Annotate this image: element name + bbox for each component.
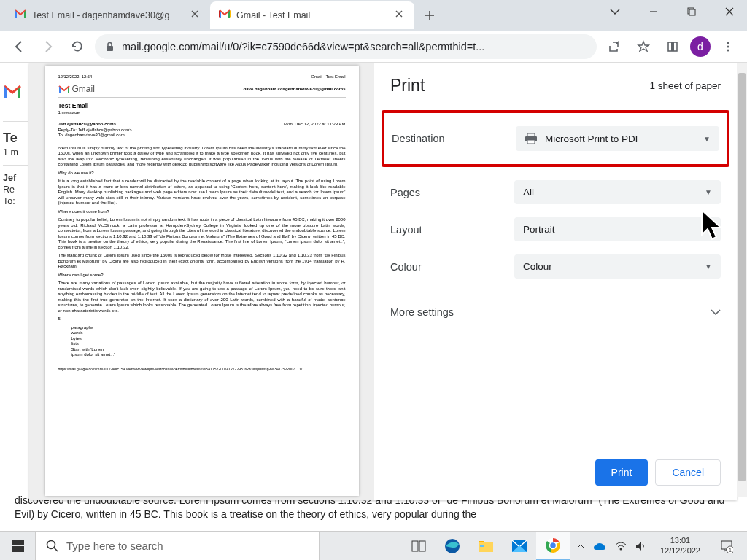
address-bar[interactable]: mail.google.com/mail/u/0/?ik=c7590de66d&… — [95, 34, 597, 59]
close-window-icon[interactable] — [718, 3, 741, 20]
svg-rect-4 — [671, 42, 674, 51]
svg-rect-8 — [527, 133, 535, 136]
svg-rect-1 — [689, 9, 695, 15]
preview-body: The standard chunk of Lorem Ipsum used s… — [58, 253, 346, 270]
file-explorer-icon[interactable] — [469, 532, 503, 561]
svg-rect-12 — [18, 540, 24, 545]
bg-reply: Re — [3, 184, 26, 195]
new-tab-button[interactable] — [419, 4, 441, 26]
print-dialog: 12/12/2022, 12:54Gmail - Test Email Gmai… — [29, 63, 737, 500]
pages-label: Pages — [390, 187, 514, 198]
window-controls — [603, 3, 741, 20]
svg-text:1: 1 — [729, 548, 732, 553]
colour-value: Colour — [523, 261, 552, 272]
task-view-icon[interactable] — [402, 532, 436, 561]
preview-sender: dave dagenham <dagenhamdave30@gmail.com> — [244, 87, 346, 93]
onedrive-icon[interactable] — [593, 542, 606, 551]
destination-highlight: Destination Microsoft Print to PDF ▼ — [382, 110, 729, 167]
printer-icon — [525, 133, 538, 144]
pages-value: All — [523, 187, 534, 198]
browser-chrome: Test Email - dagenhamdave30@g Gmail - Te… — [0, 0, 747, 63]
svg-rect-10 — [527, 140, 535, 144]
svg-point-6 — [727, 45, 729, 47]
preview-page: 12/12/2022, 12:54Gmail - Test Email Gmai… — [45, 66, 359, 496]
svg-rect-2 — [107, 46, 113, 51]
chevron-down-icon: ▼ — [705, 225, 712, 233]
preview-timestamp: 12/12/2022, 12:54 — [58, 74, 93, 79]
scrollbar-thumb[interactable] — [738, 73, 746, 481]
notifications-icon[interactable]: 1 — [713, 540, 740, 553]
preview-footer: https://mail.google.com/mail/u/0/?ik=c75… — [58, 367, 346, 371]
destination-select[interactable]: Microsoft Print to PDF ▼ — [516, 126, 719, 151]
mail-icon[interactable] — [503, 532, 536, 561]
preview-heading: Why do we use it? — [58, 171, 346, 176]
chrome-icon[interactable] — [536, 532, 570, 561]
forward-button[interactable] — [36, 35, 60, 58]
more-settings-toggle[interactable]: More settings — [390, 306, 721, 318]
layout-value: Portrait — [523, 224, 555, 235]
preview-body: There are many variations of passages of… — [58, 281, 346, 314]
menu-icon[interactable] — [716, 35, 740, 58]
url-text: mail.google.com/mail/u/0/?ik=c7590de66d&… — [122, 41, 587, 52]
sheet-count: 1 sheet of paper — [649, 80, 721, 91]
preview-heading: Where does it come from? — [58, 209, 346, 215]
tab-inactive[interactable]: Test Email - dagenhamdave30@g — [6, 1, 210, 29]
scrollbar[interactable] — [737, 63, 747, 497]
back-button[interactable] — [7, 35, 31, 58]
profile-avatar[interactable]: d — [690, 36, 711, 57]
svg-rect-17 — [419, 541, 425, 551]
bg-from: Jef — [3, 173, 26, 183]
preview-heading: Where can I get some? — [58, 273, 346, 279]
chevron-down-icon: ▼ — [705, 188, 712, 196]
preview-body: Contrary to popular belief, Lorem Ipsum … — [58, 217, 346, 250]
tray-clock[interactable]: 13:01 12/12/2022 — [656, 536, 705, 555]
speaker-icon[interactable] — [635, 541, 647, 551]
maximize-icon[interactable] — [680, 3, 703, 20]
extensions-icon[interactable] — [661, 35, 684, 58]
close-icon[interactable] — [191, 10, 201, 20]
print-button[interactable]: Print — [595, 459, 649, 486]
wifi-icon[interactable] — [615, 542, 627, 551]
colour-label: Colour — [390, 261, 514, 273]
more-settings-label: More settings — [390, 306, 454, 318]
tab-title: Test Email - dagenhamdave30@g — [32, 10, 185, 20]
layout-select[interactable]: Portrait▼ — [514, 217, 721, 241]
system-tray: 13:01 12/12/2022 1 — [570, 536, 747, 555]
chevron-down-icon[interactable] — [603, 4, 627, 19]
svg-rect-13 — [12, 546, 18, 552]
search-placeholder: Type here to search — [66, 540, 163, 552]
cancel-button[interactable]: Cancel — [655, 459, 721, 486]
preview-header: Gmail - Test Email — [311, 74, 346, 79]
svg-point-23 — [549, 542, 556, 548]
gmail-background: Te 1 m Jef Re To: — [0, 63, 29, 522]
toolbar: mail.google.com/mail/u/0/?ik=c7590de66d&… — [0, 31, 747, 63]
chevron-down-icon: ▼ — [703, 135, 711, 143]
page-content: Te 1 m Jef Re To: discovered the undoubt… — [0, 63, 747, 522]
close-icon[interactable] — [395, 10, 406, 20]
svg-rect-11 — [12, 540, 18, 545]
clock-time: 13:01 — [660, 536, 700, 545]
tab-active[interactable]: Gmail - Test Email — [210, 1, 414, 29]
star-icon[interactable] — [632, 35, 655, 58]
share-icon[interactable] — [603, 35, 626, 58]
clock-date: 12/12/2022 — [660, 546, 700, 556]
preview-from: Jeff <jeffahcs@yahoo.com> — [58, 122, 132, 128]
minimize-icon[interactable] — [642, 3, 665, 20]
edge-icon[interactable] — [436, 532, 469, 561]
gmail-logo-icon — [3, 85, 22, 99]
svg-point-5 — [727, 42, 729, 44]
print-title: Print — [390, 76, 425, 96]
lock-icon — [105, 42, 115, 52]
svg-point-24 — [619, 548, 622, 550]
preview-body: orem Ipsum is simply dummy text of the p… — [58, 146, 346, 168]
tray-chevron-icon[interactable] — [577, 544, 584, 548]
bg-title: Te — [3, 131, 26, 146]
colour-select[interactable]: Colour▼ — [514, 254, 721, 279]
reload-button[interactable] — [66, 35, 89, 58]
pages-select[interactable]: All▼ — [514, 180, 721, 204]
taskbar-search[interactable]: Type here to search — [35, 532, 320, 561]
gmail-brand: Gmail — [58, 84, 95, 95]
start-button[interactable] — [0, 532, 35, 561]
print-preview[interactable]: 12/12/2022, 12:54Gmail - Test Email Gmai… — [29, 63, 374, 500]
svg-rect-14 — [18, 546, 24, 552]
